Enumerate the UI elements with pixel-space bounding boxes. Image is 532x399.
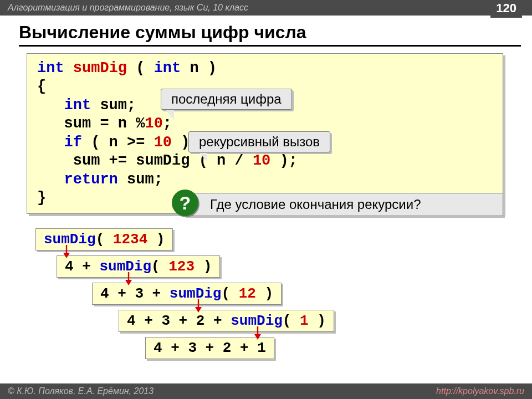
callout-nub-2 — [200, 153, 207, 162]
title-underline — [19, 45, 521, 47]
arrow-icon — [123, 272, 134, 287]
course-title: Алгоритмизация и программирование, язык … — [8, 0, 248, 16]
arrow-icon — [61, 245, 72, 259]
footer-bar: © К.Ю. Поляков, Е.А. Ерёмин, 2013 http:/… — [0, 383, 532, 399]
arrow-icon — [193, 299, 204, 314]
question-mark-icon: ? — [172, 190, 198, 216]
question-box: Где условие окончания рекурсии? — [184, 193, 503, 216]
page-number: 120 — [490, 0, 522, 18]
svg-marker-3 — [125, 280, 132, 285]
callout-nub — [166, 110, 174, 120]
step-3: 4 + 3 + sumDig( 12 ) — [92, 283, 282, 305]
copyright: © К.Ю. Поляков, Е.А. Ерёмин, 2013 — [8, 383, 154, 399]
svg-marker-5 — [195, 307, 202, 313]
step-1: sumDig( 1234 ) — [35, 228, 173, 250]
callout-last-digit: последняя цифра — [161, 89, 292, 110]
fn-name: sumDig — [73, 60, 127, 76]
kw-int: int — [37, 60, 64, 76]
step-4: 4 + 3 + 2 + sumDig( 1 ) — [119, 310, 334, 332]
arrow-icon — [252, 326, 263, 341]
svg-marker-7 — [254, 334, 261, 340]
svg-marker-1 — [63, 253, 70, 258]
callout-recursive: рекурсивный вызов — [188, 131, 330, 152]
header-bar: Алгоритмизация и программирование, язык … — [0, 0, 532, 16]
footer-url: http://kpolyakov.spb.ru — [436, 383, 524, 399]
step-2: 4 + sumDig( 123 ) — [57, 255, 220, 278]
slide-title: Вычисление суммы цифр числа — [19, 22, 532, 43]
